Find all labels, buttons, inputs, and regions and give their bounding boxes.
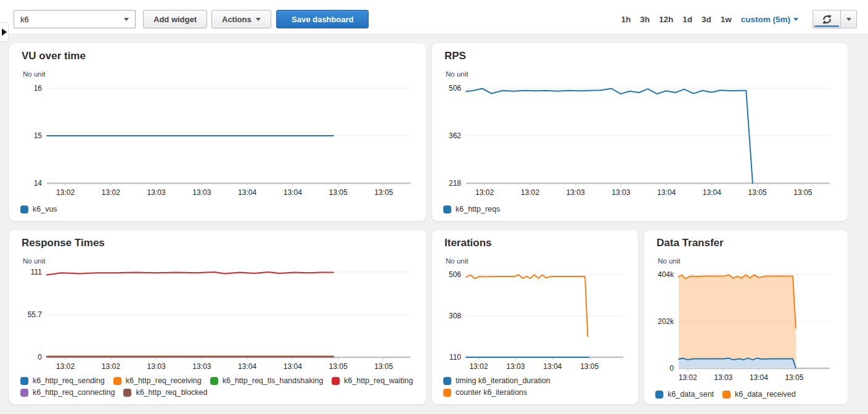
y-tick-label: 111 bbox=[31, 268, 43, 276]
legend-swatch bbox=[113, 377, 121, 385]
chart-plot-area[interactable]: 50630811013:0213:0313:0413:05 bbox=[466, 275, 623, 375]
widget-dt: Data TransferNo unit404k202k013:0213:031… bbox=[644, 230, 848, 405]
legend-label: k6_http_req_connecting bbox=[33, 388, 115, 397]
y-tick-label: 506 bbox=[449, 270, 461, 279]
refresh-icon bbox=[822, 14, 832, 25]
x-tick-label: 13:03 bbox=[506, 362, 525, 371]
actions-button[interactable]: Actions bbox=[211, 10, 271, 28]
range-1d[interactable]: 1d bbox=[682, 15, 692, 24]
legend-item-k6_vus[interactable]: k6_vus bbox=[20, 205, 57, 213]
chart-plot-area[interactable]: 404k202k013:0213:0313:0413:05 bbox=[679, 275, 830, 386]
range-3d[interactable]: 3d bbox=[702, 15, 711, 24]
add-widget-button[interactable]: Add widget bbox=[143, 10, 207, 28]
legend-swatch bbox=[443, 205, 451, 213]
widget-iter: IterationsNo unit50630811013:0213:0313:0… bbox=[432, 230, 639, 405]
legend-label: k6_http_req_receiving bbox=[126, 376, 202, 385]
y-axis-unit-label: No unit bbox=[446, 70, 468, 78]
legend-item-k6_data_sent[interactable]: k6_data_sent bbox=[655, 390, 714, 399]
custom-range-dropdown[interactable]: custom (5m) bbox=[741, 15, 798, 24]
x-tick-label: 13:03 bbox=[714, 373, 732, 382]
legend-item-k6_data_received[interactable]: k6_data_received bbox=[723, 390, 796, 399]
legend-item-k6_http_req_connecting[interactable]: k6_http_req_connecting bbox=[20, 388, 115, 397]
dashboard-select-value: k6 bbox=[20, 15, 29, 24]
chart-svg: 50630811013:0213:0313:0413:05 bbox=[466, 275, 623, 375]
y-tick-label: 202k bbox=[658, 317, 674, 326]
dashboard-select[interactable]: k6 bbox=[14, 10, 136, 28]
widget-title: Response Times bbox=[22, 237, 105, 249]
widget-title: RPS bbox=[444, 50, 466, 62]
refresh-active-indicator bbox=[814, 25, 839, 27]
legend-item-k6_http_req_receiving[interactable]: k6_http_req_receiving bbox=[113, 376, 202, 385]
x-tick-label: 13:03 bbox=[192, 188, 211, 197]
y-tick-label: 16 bbox=[34, 84, 43, 93]
x-tick-label: 13:04 bbox=[238, 362, 256, 371]
legend-item-k6_http_req_sending[interactable]: k6_http_req_sending bbox=[20, 376, 105, 385]
legend-label: k6_http_req_blocked bbox=[136, 388, 207, 397]
x-tick-label: 13:02 bbox=[56, 362, 75, 371]
top-toolbar: k6 Add widget Actions Save dashboard 1h … bbox=[0, 0, 868, 35]
widget-title: Data Transfer bbox=[657, 237, 724, 249]
x-tick-label: 13:02 bbox=[56, 188, 75, 197]
chart-legend: k6_data_sentk6_data_received bbox=[655, 390, 843, 399]
x-tick-label: 13:04 bbox=[703, 188, 721, 197]
legend-item-k6_http_req_blocked[interactable]: k6_http_req_blocked bbox=[123, 388, 207, 397]
refresh-options-button[interactable] bbox=[840, 10, 856, 28]
legend-label: counter k6_iterations bbox=[456, 388, 527, 397]
y-tick-label: 506 bbox=[449, 84, 461, 93]
widget-row-2: Response TimesNo unit11155.7013:0213:021… bbox=[9, 230, 859, 405]
sidebar-expand-toggle[interactable] bbox=[0, 22, 9, 42]
legend-item-timing_k6_iteration_duration[interactable]: timing k6_iteration_duration bbox=[443, 376, 551, 385]
y-tick-label: 308 bbox=[449, 312, 461, 320]
legend-swatch bbox=[210, 377, 218, 385]
refresh-button[interactable] bbox=[813, 10, 840, 28]
refresh-split-button bbox=[813, 10, 857, 28]
x-tick-label: 13:05 bbox=[374, 362, 393, 371]
widget-title: VU over time bbox=[22, 50, 86, 62]
legend-item-k6_http_req_waiting[interactable]: k6_http_req_waiting bbox=[332, 376, 413, 385]
legend-swatch bbox=[655, 391, 663, 399]
save-dashboard-button[interactable]: Save dashboard bbox=[276, 10, 369, 28]
range-1h[interactable]: 1h bbox=[621, 15, 631, 24]
x-tick-label: 13:03 bbox=[567, 188, 585, 197]
range-3h[interactable]: 3h bbox=[640, 15, 650, 24]
widget-rt: Response TimesNo unit11155.7013:0213:021… bbox=[9, 230, 427, 405]
x-tick-label: 13:05 bbox=[785, 373, 803, 382]
y-tick-label: 15 bbox=[34, 131, 43, 140]
x-tick-label: 13:03 bbox=[612, 188, 630, 197]
x-tick-label: 13:05 bbox=[329, 362, 348, 371]
chevron-down-icon bbox=[846, 18, 851, 21]
legend-label: k6_vus bbox=[33, 205, 57, 213]
x-tick-label: 13:02 bbox=[521, 188, 539, 197]
chart-plot-area[interactable]: 11155.7013:0213:0213:0313:0313:0413:0413… bbox=[47, 272, 411, 375]
legend-item-k6_http_req_tls_handshaking[interactable]: k6_http_req_tls_handshaking bbox=[210, 376, 323, 385]
x-tick-label: 13:02 bbox=[679, 373, 697, 382]
range-1w[interactable]: 1w bbox=[721, 15, 732, 24]
chart-svg: 50636221813:0213:0213:0313:0313:0413:041… bbox=[466, 88, 830, 201]
chart-legend: timing k6_iteration_durationcounter k6_i… bbox=[443, 376, 633, 397]
y-tick-label: 0 bbox=[38, 353, 42, 362]
y-tick-label: 0 bbox=[669, 364, 674, 373]
x-tick-label: 13:03 bbox=[192, 362, 211, 371]
legend-label: timing k6_iteration_duration bbox=[456, 376, 551, 385]
legend-item-k6_http_reqs[interactable]: k6_http_reqs bbox=[443, 205, 500, 213]
y-axis-unit-label: No unit bbox=[23, 70, 45, 78]
widget-title: Iterations bbox=[444, 237, 492, 249]
y-tick-label: 55.7 bbox=[28, 310, 43, 319]
y-tick-label: 404k bbox=[658, 270, 674, 279]
x-tick-label: 13:02 bbox=[475, 188, 494, 197]
x-tick-label: 13:05 bbox=[374, 188, 393, 197]
y-tick-label: 110 bbox=[449, 353, 461, 362]
x-tick-label: 13:02 bbox=[469, 362, 488, 371]
chart-plot-area[interactable]: 50636221813:0213:0213:0313:0313:0413:041… bbox=[466, 88, 830, 201]
x-tick-label: 13:04 bbox=[750, 373, 768, 382]
legend-item-counter_k6_iterations[interactable]: counter k6_iterations bbox=[443, 388, 527, 397]
chart-plot-area[interactable]: 16151413:0213:0213:0313:0313:0413:0413:0… bbox=[47, 88, 411, 201]
range-12h[interactable]: 12h bbox=[659, 15, 673, 24]
x-tick-label: 13:05 bbox=[329, 188, 348, 197]
chevron-down-icon bbox=[793, 18, 798, 21]
legend-label: k6_data_sent bbox=[668, 390, 714, 399]
expand-arrow-icon bbox=[2, 28, 7, 36]
y-tick-label: 14 bbox=[34, 179, 43, 188]
series-line-counter_k6_iterations bbox=[466, 275, 588, 336]
y-axis-unit-label: No unit bbox=[23, 257, 45, 265]
